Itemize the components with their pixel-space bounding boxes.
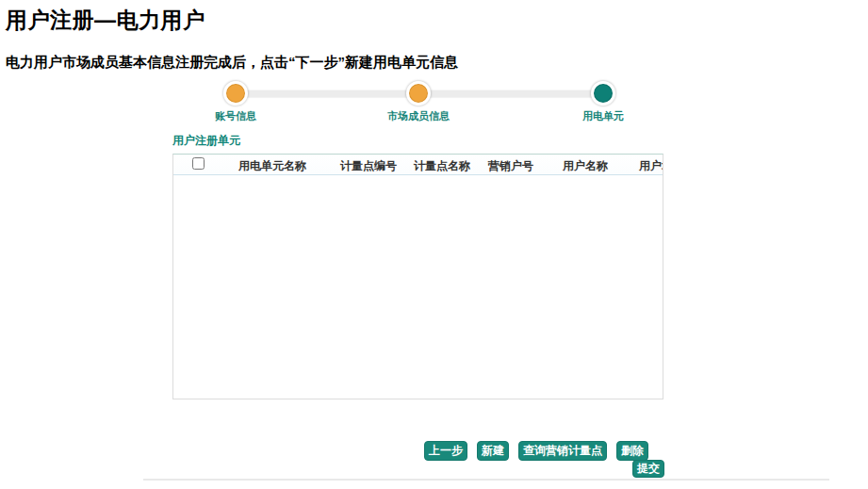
table-header-row: 用电单元名称 计量点编号 计量点名称 营销户号 用户名称 用户地址 [173, 155, 663, 175]
step-label-power-unit: 用电单元 [537, 109, 669, 123]
previous-step-button[interactable]: 上一步 [424, 441, 467, 461]
column-header-metering-point-name[interactable]: 计量点名称 [414, 158, 470, 174]
page-subtitle: 电力用户市场成员基本信息注册完成后，点击“下一步”新建用电单元信息 [6, 54, 458, 72]
column-header-marketing-account-no[interactable]: 营销户号 [488, 158, 533, 174]
section-title: 用户注册单元 [172, 133, 240, 149]
column-header-user-address[interactable]: 用户地址 [639, 158, 663, 174]
step-done-circle-icon[interactable] [406, 81, 431, 106]
table-empty-body [173, 175, 663, 399]
step-done-circle-icon[interactable] [223, 81, 248, 106]
column-header-metering-point-no[interactable]: 计量点编号 [340, 158, 397, 174]
new-button[interactable]: 新建 [477, 441, 509, 461]
select-all-checkbox[interactable] [192, 157, 205, 170]
query-marketing-metering-point-button[interactable]: 查询营销计量点 [518, 441, 607, 461]
delete-button[interactable]: 删除 [616, 441, 648, 461]
column-header-power-unit-name[interactable]: 用电单元名称 [238, 158, 306, 174]
registration-stepper: 账号信息 市场成员信息 用电单元 [220, 79, 617, 122]
action-button-row: 上一步 新建 查询营销计量点 删除 [424, 441, 648, 461]
step-current-circle-icon[interactable] [591, 81, 615, 106]
step-label-market-member-info: 市场成员信息 [352, 109, 484, 123]
bottom-divider [143, 479, 829, 481]
submit-button[interactable]: 提交 [632, 460, 664, 478]
page-title: 用户注册—电力用户 [6, 6, 205, 35]
step-label-account-info: 账号信息 [170, 109, 302, 123]
registration-unit-table: 用电单元名称 计量点编号 计量点名称 营销户号 用户名称 用户地址 [172, 154, 663, 399]
column-header-user-name[interactable]: 用户名称 [563, 158, 608, 174]
